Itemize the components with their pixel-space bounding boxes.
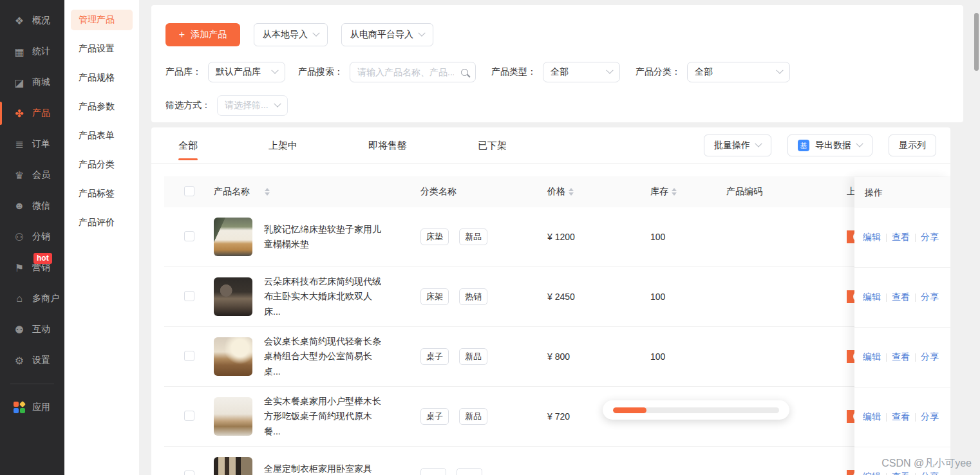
chevron-down-icon <box>776 67 783 74</box>
filter-mode-label: 筛选方式： <box>165 100 211 111</box>
import-ecommerce-button[interactable]: 从电商平台导入 <box>341 23 433 46</box>
sidebar-item-label: 订单 <box>32 138 50 150</box>
sidebar-item-orders[interactable]: ≣ 订单 <box>0 129 64 160</box>
row-checkbox[interactable] <box>184 231 194 241</box>
product-type-select[interactable]: 全部 <box>543 62 620 82</box>
main-content: + 添加产品 从本地导入 从电商平台导入 产品库： 默认产品库 产品搜索： 产品… <box>139 0 980 475</box>
sidebar-item-settings[interactable]: ⚙ 设置 <box>0 345 64 376</box>
submenu-item-product-reviews[interactable]: 产品评价 <box>71 212 133 233</box>
table-row: 全屋定制衣柜家用卧室家具整... <box>164 447 950 475</box>
share-link[interactable]: 分享 <box>921 292 939 303</box>
stock-cell: 100 <box>650 351 726 362</box>
product-name: 全实木餐桌家用小户型榉木长方形吃饭桌子简约现代原木餐... <box>264 394 382 438</box>
batch-actions-button[interactable]: 批量操作 <box>704 135 771 156</box>
submenu-item-manage-products[interactable]: 管理产品 <box>71 10 133 30</box>
sidebar-item-product[interactable]: ✤ 产品 <box>0 98 64 129</box>
filter-mode-select[interactable]: 请选择筛... <box>217 95 288 116</box>
share-link[interactable]: 分享 <box>921 411 939 423</box>
product-table: 产品名称 分类名称 价格 库存 产品编码 上架 乳胶记忆绵床垫软垫子家用儿童榻榻… <box>164 176 950 475</box>
add-product-button[interactable]: + 添加产品 <box>165 23 240 46</box>
submenu-item-product-forms[interactable]: 产品表单 <box>71 126 133 146</box>
sidebar-item-multi-merchant[interactable]: ⌂ 多商户 <box>0 283 64 314</box>
submenu-item-product-categories[interactable]: 产品分类 <box>71 154 133 175</box>
row-checkbox-cell <box>184 291 214 303</box>
product-lib-label: 产品库： <box>165 66 202 78</box>
share-link[interactable]: 分享 <box>921 351 939 363</box>
sort-icon[interactable] <box>569 188 574 196</box>
tab-off-shelf[interactable]: 已下架 <box>478 127 507 164</box>
import-local-button[interactable]: 从本地导入 <box>254 23 328 46</box>
sidebar-item-members[interactable]: ♛ 会员 <box>0 160 64 191</box>
tab-sold-out-soon[interactable]: 即将售罄 <box>368 127 407 164</box>
chevron-down-icon <box>755 140 762 147</box>
sidebar-item-apps[interactable]: 应用 <box>0 392 64 423</box>
action-divider <box>886 234 887 242</box>
filter-card: + 添加产品 从本地导入 从电商平台导入 产品库： 默认产品库 产品搜索： 产品… <box>151 5 963 122</box>
price-cell: ¥ 1200 <box>547 232 650 242</box>
chevron-down-icon <box>274 100 281 107</box>
share-link[interactable]: 分享 <box>921 471 939 475</box>
sidebar-item-wechat[interactable]: ☻ 微信 <box>0 191 64 221</box>
chevron-down-icon <box>271 67 278 74</box>
product-category-label: 产品分类： <box>636 66 681 78</box>
edit-link[interactable]: 编辑 <box>863 471 881 475</box>
submenu-item-product-params[interactable]: 产品参数 <box>71 97 133 117</box>
sidebar-item-interaction[interactable]: ⚉ 互动 <box>0 314 64 345</box>
distribution-icon: ⚇ <box>14 231 25 243</box>
edit-link[interactable]: 编辑 <box>863 292 881 303</box>
sidebar-item-stats[interactable]: ▦ 统计 <box>0 36 64 67</box>
action-divider <box>915 473 916 475</box>
sort-icon[interactable] <box>672 188 677 196</box>
sidebar-item-label: 微信 <box>32 200 50 212</box>
sidebar-item-mall[interactable]: ◪ 商城 <box>0 67 64 98</box>
header-product-name: 产品名称 <box>214 186 420 198</box>
sidebar-item-label: 产品 <box>32 107 50 119</box>
vertical-scrollbar-thumb[interactable] <box>974 13 979 71</box>
row-checkbox[interactable] <box>184 411 194 421</box>
edit-link[interactable]: 编辑 <box>863 411 881 423</box>
row-checkbox[interactable] <box>184 291 194 301</box>
select-all-checkbox[interactable] <box>184 186 194 196</box>
status-tabs: 全部上架中即将售罄已下架 批量操作 基 导出数据 显示列 <box>151 127 950 164</box>
product-name-cell: 云朵床科技布艺床简约现代绒布主卧实木大婚床北欧双人床... <box>214 274 420 319</box>
view-link[interactable]: 查看 <box>892 292 910 303</box>
product-name: 全屋定制衣柜家用卧室家具整... <box>264 461 382 475</box>
category-cell <box>420 468 547 475</box>
view-link[interactable]: 查看 <box>892 411 910 423</box>
share-link[interactable]: 分享 <box>921 232 939 243</box>
product-lib-select[interactable]: 默认产品库 <box>208 62 285 82</box>
header-operations: 操作 <box>854 177 950 208</box>
product-category-select[interactable]: 全部 <box>687 62 790 82</box>
show-columns-button[interactable]: 显示列 <box>889 135 936 156</box>
tab-all[interactable]: 全部 <box>178 127 198 164</box>
product-image <box>214 218 252 256</box>
submenu-item-product-settings[interactable]: 产品设置 <box>71 39 133 59</box>
product-tag: 新品 <box>459 348 487 365</box>
tab-label: 全部 <box>178 140 198 151</box>
view-link[interactable]: 查看 <box>892 351 910 363</box>
sidebar-divider <box>10 384 54 384</box>
edit-link[interactable]: 编辑 <box>863 351 881 363</box>
sidebar-item-distribution[interactable]: ⚇ 分销 <box>0 221 64 252</box>
operations-body: 编辑查看分享编辑查看分享编辑查看分享编辑查看分享编辑查看分享 <box>854 208 950 475</box>
view-link[interactable]: 查看 <box>892 471 910 475</box>
sort-icon[interactable] <box>265 188 270 196</box>
product-search-input[interactable] <box>357 67 454 77</box>
submenu-item-label: 产品参数 <box>79 101 115 113</box>
view-link[interactable]: 查看 <box>892 232 910 243</box>
search-icon[interactable] <box>461 69 468 76</box>
submenu-item-product-tags[interactable]: 产品标签 <box>71 183 133 204</box>
sidebar-item-label: 互动 <box>32 324 50 335</box>
export-data-button[interactable]: 基 导出数据 <box>787 135 872 156</box>
action-divider <box>886 473 887 475</box>
sidebar-item-overview[interactable]: ❖ 概况 <box>0 5 64 36</box>
price-cell: ¥ 800 <box>547 351 650 362</box>
action-divider <box>886 413 887 422</box>
edit-link[interactable]: 编辑 <box>863 232 881 243</box>
row-checkbox[interactable] <box>184 351 194 361</box>
tab-on-shelf[interactable]: 上架中 <box>269 127 297 164</box>
action-divider <box>915 293 916 302</box>
submenu-item-product-specs[interactable]: 产品规格 <box>71 68 133 88</box>
sidebar-item-marketing[interactable]: ⚑ 营销 hot <box>0 252 64 283</box>
row-checkbox[interactable] <box>184 470 194 475</box>
